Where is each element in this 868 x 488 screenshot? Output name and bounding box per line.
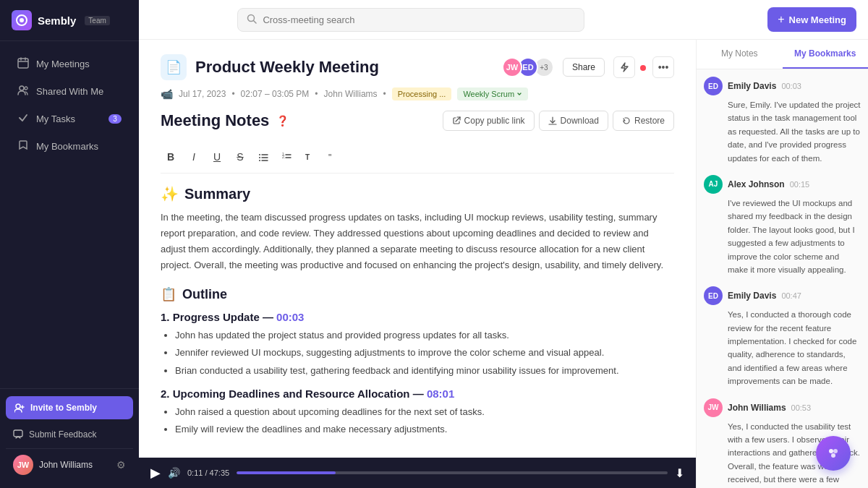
play-button[interactable]: ▶ <box>150 465 161 481</box>
meeting-meta: 📹 Jul 17, 2023 • 02:07 – 03:05 PM • John… <box>161 87 674 100</box>
summary-heading: ✨ Summary <box>161 185 674 202</box>
svg-point-1 <box>20 18 24 22</box>
note-text-0: Sure, Emily. I've updated the project st… <box>704 98 861 165</box>
outline-heading: 📋 Outline <box>161 286 674 302</box>
audio-player: ▶ 🔊 0:11 / 47:35 ⬇ <box>139 458 696 488</box>
processing-badge: Processing ... <box>392 87 452 100</box>
user-name: John Williams <box>39 460 111 470</box>
copy-public-link-button[interactable]: Copy public link <box>443 111 535 131</box>
app-team: Team <box>85 16 109 25</box>
italic-button[interactable]: I <box>184 147 204 167</box>
more-options-button[interactable]: ••• <box>652 56 674 78</box>
settings-icon[interactable]: ⚙ <box>116 459 126 471</box>
svg-point-6 <box>20 86 24 90</box>
notes-list: ED Emily Davis 00:03 Sure, Emily. I've u… <box>697 69 868 488</box>
note-avatar-1: AJ <box>704 175 723 194</box>
summary-text: In the meeting, the team discussed progr… <box>161 210 674 273</box>
section-2-heading: 2. Upcoming Deadlines and Resource Alloc… <box>161 388 674 400</box>
sidebar-item-my-bookmarks[interactable]: My Bookmarks <box>6 133 133 160</box>
bullet-1-1: John has updated the project status and … <box>175 328 674 343</box>
svg-point-21 <box>259 160 260 161</box>
note-author-3: John Williams <box>728 403 786 413</box>
sembly-logo-icon <box>12 10 32 30</box>
audio-progress-bar[interactable] <box>237 471 668 474</box>
bullet-list-button[interactable] <box>253 147 273 167</box>
sidebar-item-bookmarks-label: My Bookmarks <box>36 141 98 152</box>
lightning-button[interactable] <box>613 56 635 78</box>
svg-rect-11 <box>14 430 22 437</box>
section-1-bullets: John has updated the project status and … <box>161 328 674 378</box>
sidebar-item-my-tasks[interactable]: My Tasks 3 <box>6 106 133 132</box>
section-2-timestamp-link[interactable]: 08:01 <box>427 388 454 400</box>
bullet-1-2: Jennifer reviewed UI mockups, suggesting… <box>175 345 674 361</box>
volume-button[interactable]: 🔊 <box>168 467 180 479</box>
svg-text:2.: 2. <box>282 155 285 159</box>
action-buttons: Copy public link Download Restore <box>443 111 674 131</box>
audio-download-button[interactable]: ⬇ <box>675 466 684 480</box>
help-icon[interactable]: ❓ <box>276 115 289 127</box>
note-item-2: ED Emily Davis 00:47 Yes, I conducted a … <box>704 286 861 388</box>
sidebar-item-my-meetings[interactable]: My Meetings <box>6 51 133 77</box>
svg-point-30 <box>833 449 838 453</box>
tab-my-bookmarks[interactable]: My Bookmarks <box>783 40 869 69</box>
sidebar-item-shared-with-me[interactable]: Shared With Me <box>6 78 133 105</box>
notes-header: Meeting Notes ❓ Copy public link Downloa… <box>161 111 674 131</box>
sidebar-item-my-meetings-label: My Meetings <box>36 59 90 69</box>
download-button[interactable]: Download <box>539 111 608 131</box>
invite-to-sembly-button[interactable]: Invite to Sembly <box>6 396 133 419</box>
svg-point-17 <box>259 154 260 155</box>
note-text-2: Yes, I conducted a thorough code review … <box>704 308 861 388</box>
note-author-2: Emily Davis <box>728 291 776 301</box>
ordered-list-button[interactable]: 1.2. <box>276 147 297 167</box>
sidebar-item-tasks-label: My Tasks <box>36 114 75 124</box>
svg-line-13 <box>254 20 257 23</box>
note-time-0: 00:03 <box>781 82 801 90</box>
summary-emoji: ✨ <box>161 185 179 202</box>
invite-label: Invite to Sembly <box>30 403 97 413</box>
check-icon <box>17 112 29 126</box>
meeting-avatars: JW ED +3 <box>506 57 554 77</box>
sidebar-nav: My Meetings Shared With Me My Tasks 3 My… <box>0 41 139 388</box>
note-avatar-0: ED <box>704 77 723 95</box>
section-2-bullets: John raised a question about upcoming de… <box>161 404 674 437</box>
bookmark-icon <box>17 140 29 153</box>
note-header-2: ED Emily Davis 00:47 <box>704 286 861 305</box>
meeting-time: 02:07 – 03:05 PM <box>241 89 310 99</box>
bold-button[interactable]: B <box>161 147 181 167</box>
main-panel: + New Meeting 📄 Product Weekly Meeting J… <box>139 0 868 488</box>
search-input[interactable] <box>263 14 575 25</box>
dot-sep: • <box>231 89 234 99</box>
tab-my-notes[interactable]: My Notes <box>697 40 783 69</box>
note-time-3: 00:53 <box>791 403 812 412</box>
user-row: JW John Williams ⚙ <box>6 448 133 481</box>
sidebar-bottom: Invite to Sembly Submit Feedback JW John… <box>0 388 139 488</box>
strikethrough-button[interactable]: S <box>230 147 250 167</box>
topbar: + New Meeting <box>139 0 868 40</box>
share-button[interactable]: Share <box>563 58 605 77</box>
note-item-0: ED Emily Davis 00:03 Sure, Emily. I've u… <box>704 77 861 165</box>
doc-icon: 📄 <box>161 54 187 80</box>
user-avatar: JW <box>13 455 33 475</box>
svg-text:": " <box>328 153 331 162</box>
bullet-2-2: Emily will review the deadlines and make… <box>175 421 674 437</box>
fab-button[interactable] <box>816 436 851 471</box>
font-size-button[interactable]: T <box>299 147 320 167</box>
svg-point-31 <box>831 453 835 458</box>
svg-text:T: T <box>305 153 310 161</box>
note-header-1: AJ Alex Johnson 00:15 <box>704 175 861 194</box>
note-header-3: JW John Williams 00:53 <box>704 398 861 417</box>
sidebar-item-shared-label: Shared With Me <box>36 86 103 97</box>
search-bar[interactable] <box>237 8 584 32</box>
svg-rect-2 <box>18 59 28 68</box>
new-meeting-button[interactable]: + New Meeting <box>767 7 856 32</box>
section-1-timestamp-link[interactable]: 00:03 <box>276 311 304 323</box>
submit-feedback-button[interactable]: Submit Feedback <box>6 424 133 445</box>
avatar-jw: JW <box>502 57 522 77</box>
quote-button[interactable]: " <box>323 147 343 167</box>
notes-panel: My Notes My Bookmarks ED Emily Davis 00:… <box>696 40 868 488</box>
restore-button[interactable]: Restore <box>613 111 674 131</box>
underline-button[interactable]: U <box>207 147 227 167</box>
note-author-0: Emily Davis <box>728 81 776 91</box>
notification-dot <box>640 65 646 71</box>
meeting-header: 📄 Product Weekly Meeting JW ED +3 Share … <box>161 54 674 80</box>
